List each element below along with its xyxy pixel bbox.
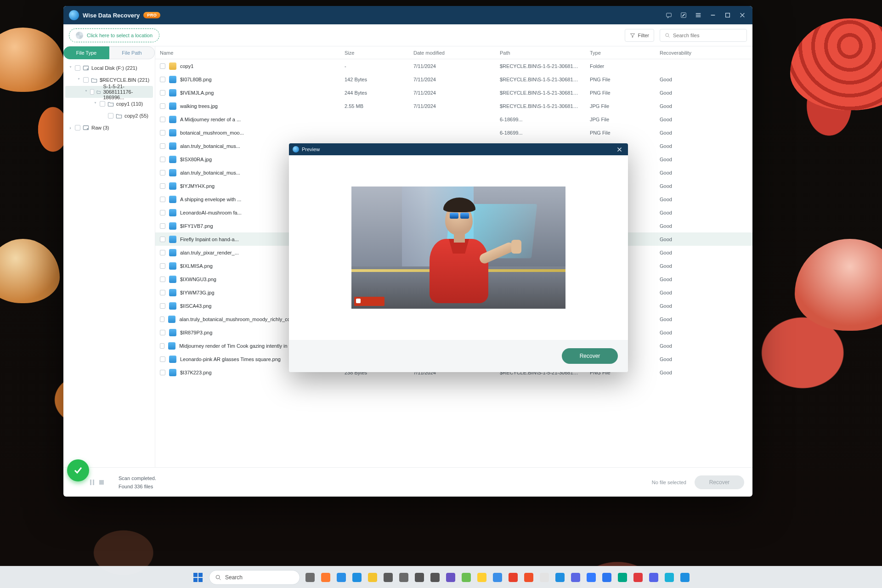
taskbar-app-icon[interactable] bbox=[585, 571, 598, 584]
taskbar-search-label: Search bbox=[225, 574, 243, 581]
windows-taskbar[interactable]: Search bbox=[0, 566, 882, 588]
taskbar-app-icon[interactable] bbox=[319, 571, 332, 584]
preview-titlebar[interactable]: Preview bbox=[289, 143, 628, 155]
taskbar-pinned-apps bbox=[304, 571, 691, 584]
preview-title: Preview bbox=[302, 147, 320, 152]
taskbar-app-icon[interactable] bbox=[382, 571, 395, 584]
taskbar-app-icon[interactable] bbox=[569, 571, 582, 584]
preview-body bbox=[289, 155, 628, 340]
preview-footer: Recover bbox=[289, 340, 628, 372]
taskbar-app-icon[interactable] bbox=[429, 571, 441, 584]
taskbar-app-icon[interactable] bbox=[397, 571, 410, 584]
taskbar-app-icon[interactable] bbox=[678, 571, 691, 584]
close-icon bbox=[616, 147, 622, 153]
taskbar-app-icon[interactable] bbox=[444, 571, 457, 584]
preview-dialog: Preview bbox=[289, 143, 628, 372]
taskbar-app-icon[interactable] bbox=[554, 571, 566, 584]
preview-recover-button[interactable]: Recover bbox=[562, 348, 618, 364]
taskbar-app-icon[interactable] bbox=[491, 571, 504, 584]
taskbar-app-icon[interactable] bbox=[413, 571, 426, 584]
preview-image bbox=[351, 187, 565, 309]
app-window: Wise Data Recovery PRO Click here to sel… bbox=[63, 6, 752, 497]
modal-overlay: Preview bbox=[63, 6, 752, 497]
preview-logo-icon bbox=[293, 146, 299, 153]
taskbar-app-icon[interactable] bbox=[600, 571, 613, 584]
taskbar-app-icon[interactable] bbox=[538, 571, 551, 584]
start-button[interactable] bbox=[191, 570, 205, 585]
taskbar-app-icon[interactable] bbox=[460, 571, 473, 584]
taskbar-app-icon[interactable] bbox=[663, 571, 676, 584]
taskbar-app-icon[interactable] bbox=[632, 571, 645, 584]
taskbar-app-icon[interactable] bbox=[647, 571, 660, 584]
preview-close-button[interactable] bbox=[614, 144, 624, 154]
taskbar-app-icon[interactable] bbox=[616, 571, 629, 584]
taskbar-app-icon[interactable] bbox=[335, 571, 348, 584]
taskbar-app-icon[interactable] bbox=[351, 571, 363, 584]
taskbar-app-icon[interactable] bbox=[304, 571, 317, 584]
taskbar-app-icon[interactable] bbox=[507, 571, 520, 584]
svg-point-11 bbox=[216, 575, 220, 579]
taskbar-app-icon[interactable] bbox=[366, 571, 379, 584]
taskbar-app-icon[interactable] bbox=[522, 571, 535, 584]
taskbar-app-icon[interactable] bbox=[475, 571, 488, 584]
taskbar-search[interactable]: Search bbox=[209, 570, 300, 585]
search-icon bbox=[215, 574, 221, 581]
